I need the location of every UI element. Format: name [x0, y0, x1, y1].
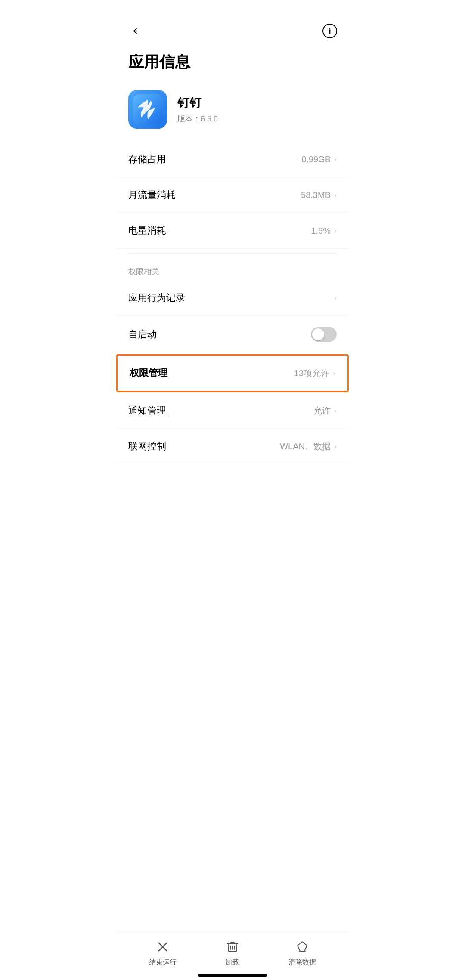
eraser-icon	[294, 939, 310, 955]
bottom-action-bar: 结束运行 卸载 清除数据	[116, 932, 349, 980]
storage-item[interactable]: 存储占用 0.99GB ›	[116, 142, 349, 177]
highlighted-permission-container: 权限管理 13项允许 ›	[116, 354, 349, 392]
trash-icon	[225, 939, 240, 955]
app-icon	[128, 90, 167, 129]
network-control-item[interactable]: 联网控制 WLAN、数据 ›	[116, 429, 349, 464]
chevron-right-icon: ›	[334, 155, 337, 164]
page-title: 应用信息	[116, 43, 349, 86]
chevron-right-icon: ›	[334, 294, 337, 303]
chevron-right-icon: ›	[334, 191, 337, 200]
end-process-button[interactable]: 结束运行	[149, 939, 177, 967]
app-name: 钉钉	[177, 95, 218, 111]
chevron-right-icon: ›	[334, 442, 337, 451]
chevron-right-icon: ›	[334, 226, 337, 235]
close-x-icon	[155, 939, 170, 955]
chevron-right-icon: ›	[333, 369, 335, 378]
uninstall-button[interactable]: 卸载	[225, 939, 240, 967]
home-indicator	[198, 974, 267, 977]
behavior-log-item[interactable]: 应用行为记录 ›	[116, 280, 349, 316]
notification-management-item[interactable]: 通知管理 允许 ›	[116, 393, 349, 429]
app-version: 版本：6.5.0	[177, 114, 218, 124]
clear-data-button[interactable]: 清除数据	[288, 939, 316, 967]
back-button[interactable]	[127, 22, 144, 40]
uninstall-label: 卸载	[226, 958, 239, 967]
svg-text:i: i	[329, 27, 331, 36]
auto-start-toggle[interactable]	[311, 327, 337, 342]
section-divider	[128, 253, 337, 254]
info-button[interactable]: i	[321, 22, 338, 40]
data-usage-item[interactable]: 月流量消耗 58.3MB ›	[116, 177, 349, 213]
end-process-label: 结束运行	[149, 958, 177, 967]
permission-management-item[interactable]: 权限管理 13项允许 ›	[118, 356, 347, 391]
permissions-section-label: 权限相关	[116, 258, 349, 280]
clear-data-label: 清除数据	[288, 958, 316, 967]
app-info-section: 钉钉 版本：6.5.0	[116, 86, 349, 142]
chevron-right-icon: ›	[334, 406, 337, 415]
battery-item[interactable]: 电量消耗 1.6% ›	[116, 213, 349, 249]
auto-start-item[interactable]: 自启动	[116, 316, 349, 353]
